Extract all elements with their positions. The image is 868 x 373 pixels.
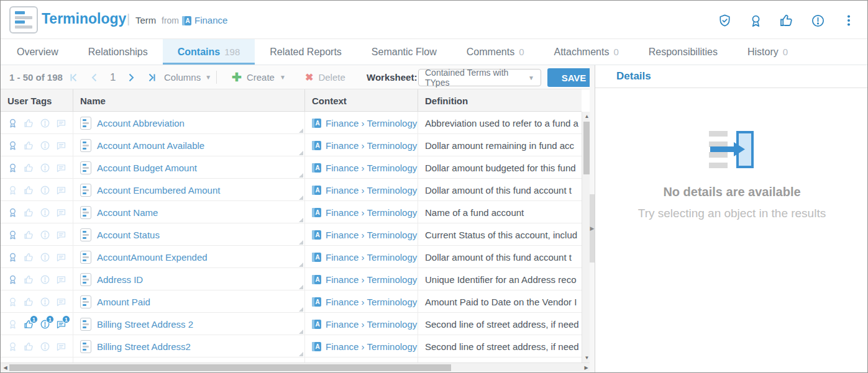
definition-cell[interactable]: Dollar amount of this fund account t [418, 246, 582, 268]
term-name-link[interactable]: Amount Paid [97, 297, 150, 307]
context-cell[interactable]: A Finance › Terminology [305, 134, 418, 156]
comment-icon[interactable] [55, 162, 66, 173]
context-link[interactable]: Finance › Terminology [326, 341, 417, 352]
comment-icon[interactable] [55, 140, 66, 151]
context-link[interactable]: Finance › Terminology [326, 230, 417, 240]
alert-circle-icon[interactable] [39, 140, 50, 151]
thumbs-up-icon[interactable] [779, 13, 794, 28]
context-link[interactable]: Finance › Terminology [326, 274, 417, 285]
definition-cell[interactable]: Unique Identifier for an Address reco [418, 268, 582, 290]
thumbs-up-icon[interactable] [23, 251, 34, 263]
definition-cell[interactable]: Dollar amount of this fund account t [418, 179, 582, 201]
alert-circle-icon[interactable] [39, 251, 50, 263]
columns-dropdown[interactable]: Columns ▼ [164, 65, 211, 89]
name-cell[interactable]: Billing Street Address 2 [73, 313, 305, 335]
context-cell[interactable]: A Finance › Terminology [305, 335, 418, 357]
context-cell[interactable]: A Finance › Terminology [305, 268, 418, 290]
definition-cell[interactable]: Dollar amount remaining in fund acc [418, 134, 582, 156]
table-row[interactable]: Account Budget Amount A Finance › Termin… [1, 156, 582, 179]
column-header-context[interactable]: Context [305, 89, 418, 112]
tab-relationships[interactable]: Relationships [73, 39, 163, 65]
first-page-button[interactable] [68, 72, 79, 83]
name-cell[interactable]: Amount Paid [73, 290, 305, 313]
thumbs-up-icon[interactable] [23, 341, 34, 352]
definition-cell[interactable]: Second line of street address, if need [418, 335, 582, 357]
thumbs-up-icon[interactable] [23, 207, 34, 218]
comment-icon[interactable] [55, 229, 66, 240]
worksheet-select[interactable]: Contained Terms with TYpes ▼ [418, 69, 541, 86]
column-header-definition[interactable]: Definition [418, 89, 582, 112]
definition-cell[interactable]: Second line of street address, if need [418, 313, 582, 335]
alert-circle-icon[interactable] [810, 13, 825, 28]
tab-responsibilities[interactable]: Responsibilities [634, 39, 733, 65]
context-link[interactable]: Finance › Terminology [326, 140, 417, 151]
prev-page-button[interactable] [89, 72, 100, 83]
table-row[interactable]: Account Amount Available A Finance › Ter… [1, 134, 582, 156]
table-row[interactable]: Account Name A Finance › Terminology Nam… [1, 201, 582, 223]
comment-icon[interactable] [55, 341, 66, 352]
alert-circle-icon[interactable] [39, 229, 50, 240]
comment-icon[interactable] [55, 274, 66, 285]
term-name-link[interactable]: Billing Street Address 2 [97, 319, 193, 330]
context-link[interactable]: Finance › Terminology [326, 252, 417, 263]
term-name-link[interactable]: Account Amount Available [97, 140, 204, 151]
tab-overview[interactable]: Overview [2, 39, 73, 65]
tab-related-reports[interactable]: Related Reports [255, 39, 357, 65]
alert-circle-icon[interactable]: 1 [39, 318, 50, 330]
table-row[interactable]: Amount Paid A Finance › Terminology Amou… [1, 290, 582, 313]
resize-grip[interactable] [299, 128, 303, 133]
name-cell[interactable] [73, 357, 305, 362]
resize-grip[interactable] [299, 240, 303, 245]
alert-circle-icon[interactable] [39, 296, 50, 307]
alert-circle-icon[interactable] [39, 162, 50, 173]
alert-circle-icon[interactable] [39, 207, 50, 218]
tab-attachments[interactable]: Attachments 0 [539, 39, 633, 65]
tab-contains[interactable]: Contains 198 [163, 39, 255, 65]
horizontal-scrollbar[interactable]: ◀ ▶ [1, 362, 591, 372]
comment-icon[interactable] [55, 207, 66, 218]
save-button[interactable]: SAVE [547, 68, 595, 87]
definition-cell[interactable] [418, 357, 582, 362]
tab-comments[interactable]: Comments 0 [452, 39, 539, 65]
table-row[interactable]: 1 1 1 Billing Street Address 2 A Finance… [1, 313, 582, 335]
table-row[interactable]: Account Abbreviation A Finance › Termino… [1, 112, 582, 134]
term-name-link[interactable]: Billing Street Address2 [97, 341, 191, 352]
name-cell[interactable]: Address ID [73, 268, 305, 290]
term-name-link[interactable]: Account Abbreviation [97, 118, 185, 128]
term-name-link[interactable]: Account Status [97, 230, 160, 240]
comment-icon[interactable]: 1 [55, 318, 66, 330]
context-cell[interactable]: A Finance › Terminology [305, 313, 418, 335]
name-cell[interactable]: AccountAmount Expended [73, 246, 305, 268]
last-page-button[interactable] [147, 72, 158, 83]
context-link[interactable]: Finance › Terminology [326, 207, 417, 218]
award-ribbon-icon[interactable] [7, 184, 18, 195]
thumbs-up-icon[interactable] [23, 117, 34, 128]
tab-history[interactable]: History 0 [733, 39, 803, 65]
thumbs-up-icon[interactable] [23, 274, 34, 285]
table-row[interactable]: Billing Street Address2 A Finance › Term… [1, 335, 582, 357]
context-cell[interactable]: A Finance › Terminology [305, 223, 418, 246]
definition-cell[interactable]: Amount Paid to Date on the Vendor I [418, 290, 582, 313]
overflow-menu-icon[interactable] [841, 13, 856, 28]
context-cell[interactable]: A Finance › Terminology [305, 201, 418, 223]
term-name-link[interactable]: AccountAmount Expended [97, 252, 208, 263]
thumbs-up-icon[interactable] [23, 140, 34, 151]
scroll-left-arrow[interactable]: ◀ [1, 363, 10, 372]
award-ribbon-icon[interactable] [7, 229, 18, 240]
panel-collapse-handle[interactable]: ▶ [590, 194, 595, 263]
context-link[interactable]: Finance › Terminology [326, 118, 417, 128]
context-cell[interactable]: A [305, 357, 418, 362]
name-cell[interactable]: Account Abbreviation [73, 112, 305, 134]
table-row[interactable]: A [1, 357, 582, 362]
term-name-link[interactable]: Account Encumbered Amount [97, 185, 220, 195]
tab-semantic-flow[interactable]: Semantic Flow [357, 39, 452, 65]
thumbs-up-icon[interactable]: 1 [23, 318, 34, 330]
context-cell[interactable]: A Finance › Terminology [305, 179, 418, 201]
award-ribbon-icon[interactable] [7, 140, 18, 151]
resize-grip[interactable] [299, 195, 303, 200]
alert-circle-icon[interactable] [39, 341, 50, 352]
context-link[interactable]: Finance › Terminology [326, 297, 417, 307]
name-cell[interactable]: Account Name [73, 201, 305, 223]
award-ribbon-icon[interactable] [7, 318, 18, 330]
term-name-link[interactable]: Account Name [97, 207, 158, 218]
